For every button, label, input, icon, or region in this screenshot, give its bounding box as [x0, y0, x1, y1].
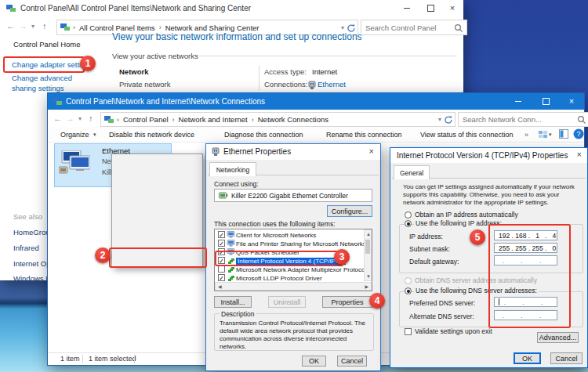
vertical-scrollbar[interactable]: ▲ ▼	[364, 229, 372, 281]
item-checkbox[interactable]	[218, 240, 225, 247]
sidebar-infrared[interactable]: Infrared	[13, 244, 39, 252]
close-button[interactable]: ×	[561, 93, 583, 110]
ok-button[interactable]: OK	[302, 356, 326, 367]
toolbar-disable-device[interactable]: Disable this network device	[109, 131, 194, 139]
network-sharing-icon	[6, 4, 16, 13]
tab-general[interactable]: General	[394, 165, 430, 179]
item-checkbox[interactable]	[218, 265, 225, 273]
tab-networking[interactable]: Networking	[209, 162, 256, 176]
help-icon[interactable]	[573, 128, 584, 139]
radio-obtain-ip-auto[interactable]	[405, 211, 412, 219]
address-bar[interactable]: › Control Panel › Network and Internet ›…	[100, 112, 456, 127]
scroll-up-icon[interactable]: ▲	[366, 232, 371, 237]
uninstall-button[interactable]: Uninstall	[268, 296, 306, 308]
view-selector-icon[interactable]	[539, 130, 547, 139]
install-button[interactable]: Install...	[214, 296, 252, 308]
see-also-label: See also	[13, 212, 42, 221]
list-item[interactable]: Microsoft Network Adapter Multiplexor Pr…	[215, 265, 372, 274]
breadcrumb-all-items[interactable]: All Control Panel Items	[77, 23, 158, 32]
breadcrumb-separator: ›	[115, 116, 121, 124]
refresh-icon[interactable]	[444, 115, 452, 124]
properties-button[interactable]: Properties	[322, 296, 372, 308]
sidebar-home[interactable]: Control Panel Home	[13, 40, 81, 49]
subnet-mask-label: Subnet mask:	[409, 245, 450, 253]
search-placeholder: Search Control Panel	[365, 23, 436, 32]
forward-icon[interactable]: →	[66, 114, 74, 123]
window-title: Control Panel\Network and Internet\Netwo…	[66, 97, 265, 106]
address-dropdown-icon[interactable]: ▾	[341, 24, 344, 31]
toolbar-overflow-chevron[interactable]: »	[524, 131, 528, 139]
annotation-step-4: 4	[369, 293, 385, 309]
horizontal-scrollbar[interactable]: ◀ ▶	[215, 282, 372, 291]
minimize-button[interactable]	[396, 0, 418, 16]
dialog-title: Ethernet Properties	[223, 147, 291, 156]
search-box[interactable]: Search Control Panel	[361, 20, 467, 35]
cancel-button[interactable]: Cancel	[337, 356, 367, 367]
item-checkbox[interactable]	[218, 274, 225, 281]
scroll-right-icon[interactable]: ▶	[365, 284, 368, 289]
configure-button[interactable]: Configure...	[327, 205, 372, 217]
alternate-dns-label: Alternate DNS server:	[409, 312, 474, 320]
window-title: Control Panel\All Control Panel Items\Ne…	[20, 4, 251, 13]
ethernet-small-icon	[307, 81, 316, 89]
validate-label[interactable]: Validate settings upon exit	[415, 327, 492, 335]
forward-icon[interactable]: →	[19, 21, 27, 31]
status-item-count: 1 item	[60, 355, 80, 363]
adapter-name-box: Killer E2200 Gigabit Ethernet Controller	[214, 189, 372, 202]
section-divider	[198, 56, 457, 56]
close-icon[interactable]: ×	[369, 146, 374, 156]
validate-checkbox[interactable]	[405, 328, 412, 335]
radio-use-ip[interactable]	[405, 220, 412, 227]
list-item[interactable]: Client for Microsoft Networks	[215, 231, 372, 240]
close-icon[interactable]: ×	[577, 150, 582, 159]
annotation-box-ip-fields	[488, 224, 571, 328]
search-placeholder: Search Network Conn...	[463, 115, 542, 124]
view-selector-chevron-icon[interactable]: ▾	[549, 132, 552, 138]
sidebar-change-advanced-sharing[interactable]: Change advanced sharing settings	[12, 73, 98, 93]
item-checkbox[interactable]	[218, 231, 225, 238]
cancel-button[interactable]: Cancel	[550, 352, 583, 364]
breadcrumb-control-panel[interactable]: Control Panel	[121, 115, 171, 124]
network-connections-icon	[53, 97, 62, 107]
ethernet-adapter-icon	[59, 150, 90, 174]
search-icon[interactable]	[454, 23, 463, 32]
list-item[interactable]: File and Printer Sharing for Microsoft N…	[215, 240, 372, 248]
scroll-down-icon[interactable]: ▼	[366, 274, 371, 279]
minimize-button[interactable]	[507, 93, 529, 110]
details-pane-icon[interactable]	[559, 129, 568, 139]
status-selected-count: 1 item selected	[89, 355, 136, 363]
toolbar-diagnose[interactable]: Diagnose this connection	[224, 131, 303, 139]
history-chevron-icon[interactable]: ▾	[31, 23, 34, 30]
toolbar-rename[interactable]: Rename this connection	[326, 131, 402, 139]
maximize-button[interactable]	[535, 93, 557, 110]
toolbar-view-status[interactable]: View status of this connection	[420, 131, 513, 139]
ok-button[interactable]: OK	[514, 352, 541, 364]
back-icon[interactable]: ←	[53, 114, 62, 123]
address-dropdown-icon[interactable]: ▾	[438, 116, 441, 123]
radio-obtain-dns-auto[interactable]	[405, 277, 412, 284]
search-icon[interactable]	[577, 115, 586, 124]
maximize-button[interactable]	[419, 0, 441, 16]
annotation-step-5: 5	[470, 229, 485, 245]
back-icon[interactable]: ←	[6, 21, 15, 31]
close-button[interactable]: ×	[441, 0, 463, 16]
scroll-thumb[interactable]	[365, 240, 370, 254]
scroll-left-icon[interactable]: ◀	[218, 284, 222, 289]
up-icon[interactable]: ↑	[42, 21, 47, 31]
advanced-button[interactable]: Advanced...	[537, 332, 579, 343]
up-icon[interactable]: ↑	[89, 114, 93, 123]
desktop: Control Panel\All Control Panel Items\Ne…	[0, 0, 588, 372]
breadcrumb-network-sharing[interactable]: Network and Sharing Center	[163, 23, 262, 32]
refresh-icon[interactable]	[347, 23, 355, 32]
client-service-icon	[227, 231, 235, 239]
breadcrumb-network-internet[interactable]: Network and Internet	[176, 115, 250, 124]
network-name: Network	[119, 67, 148, 76]
toolbar-organize[interactable]: Organize	[60, 131, 89, 139]
connections-ethernet-link[interactable]: Ethernet	[318, 80, 346, 88]
radio-obtain-ip-auto-label[interactable]: Obtain an IP address automatically	[415, 211, 518, 219]
breadcrumb-network-connections[interactable]: Network Connections	[256, 115, 331, 124]
radio-use-dns[interactable]	[405, 287, 412, 294]
search-box[interactable]: Search Network Conn...	[458, 112, 588, 127]
history-chevron-icon[interactable]: ▾	[78, 115, 82, 122]
ethernet-plug-icon	[211, 147, 220, 157]
